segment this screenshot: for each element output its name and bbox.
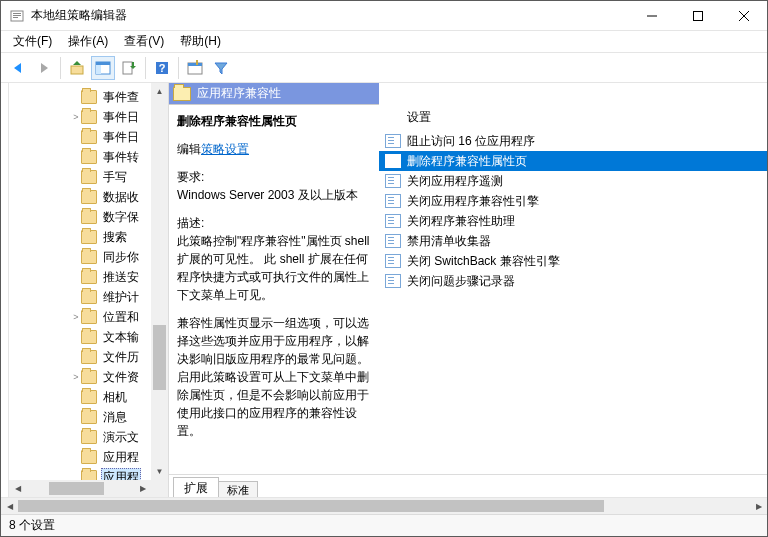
toolbar-showtree-button[interactable] (91, 56, 115, 80)
setting-item-label: 阻止访问 16 位应用程序 (407, 133, 535, 150)
edit-policy-link[interactable]: 策略设置 (201, 142, 249, 156)
tree-item-label: 演示文 (101, 429, 141, 446)
svg-rect-3 (13, 17, 18, 18)
main-body: 事件查>事件日事件日事件转手写数据收数字保搜索同步你推送安维护计>位置和文本输文… (1, 83, 767, 497)
menu-file[interactable]: 文件(F) (5, 31, 60, 52)
tree-item[interactable]: >文件资 (9, 367, 151, 387)
toolbar-filter-button[interactable] (209, 56, 233, 80)
folder-icon (81, 310, 97, 324)
folder-icon (81, 270, 97, 284)
tab-standard[interactable]: 标准 (218, 481, 258, 497)
toolbar-export-button[interactable] (117, 56, 141, 80)
chevron-right-icon[interactable]: > (71, 372, 81, 382)
setting-item[interactable]: 关闭问题步骤记录器 (379, 271, 767, 291)
toolbar-help-button[interactable]: ? (150, 56, 174, 80)
setting-item[interactable]: 阻止访问 16 位应用程序 (379, 131, 767, 151)
tree-item[interactable]: >事件日 (9, 107, 151, 127)
scroll-up-button[interactable]: ▲ (151, 83, 168, 100)
tree-item[interactable]: 数据收 (9, 187, 151, 207)
svg-rect-17 (188, 63, 202, 66)
scroll-down-button[interactable]: ▼ (151, 463, 168, 480)
tree-item-label: 位置和 (101, 309, 141, 326)
tree-item[interactable]: 事件查 (9, 87, 151, 107)
tree-item[interactable]: 数字保 (9, 207, 151, 227)
view-tabs: 扩展 标准 (169, 475, 767, 497)
scroll-thumb[interactable] (49, 482, 104, 495)
folder-icon (81, 470, 97, 480)
menubar: 文件(F) 操作(A) 查看(V) 帮助(H) (1, 31, 767, 53)
scroll-thumb[interactable] (18, 500, 604, 512)
tree-item[interactable]: 手写 (9, 167, 151, 187)
tree-item[interactable]: 应用程 (9, 467, 151, 480)
maximize-button[interactable] (675, 1, 721, 31)
tree-item-label: 相机 (101, 389, 129, 406)
tab-extended[interactable]: 扩展 (173, 477, 219, 497)
tree-item[interactable]: 演示文 (9, 427, 151, 447)
description-label: 描述: (177, 214, 371, 232)
tree-item[interactable]: 维护计 (9, 287, 151, 307)
settings-list-pane: 设置 阻止访问 16 位应用程序删除程序兼容性属性页关闭应用程序遥测关闭应用程序… (379, 83, 767, 474)
window-horizontal-scrollbar[interactable]: ◀ ▶ (1, 497, 767, 514)
folder-icon (81, 90, 97, 104)
tree-item[interactable]: 搜索 (9, 227, 151, 247)
folder-icon (81, 390, 97, 404)
tree-item[interactable]: 应用程 (9, 447, 151, 467)
window-title: 本地组策略编辑器 (31, 7, 629, 24)
scroll-right-button[interactable]: ▶ (134, 480, 151, 497)
setting-item[interactable]: 关闭应用程序兼容性引擎 (379, 191, 767, 211)
app-window: 本地组策略编辑器 文件(F) 操作(A) 查看(V) 帮助(H) ? (0, 0, 768, 537)
setting-item[interactable]: 禁用清单收集器 (379, 231, 767, 251)
menu-action[interactable]: 操作(A) (60, 31, 116, 52)
menu-view[interactable]: 查看(V) (116, 31, 172, 52)
tree-item-label: 同步你 (101, 249, 141, 266)
scroll-thumb[interactable] (153, 325, 166, 390)
menu-help[interactable]: 帮助(H) (172, 31, 229, 52)
category-title: 应用程序兼容性 (197, 85, 281, 102)
scroll-right-button[interactable]: ▶ (750, 498, 767, 515)
tree-item[interactable]: 相机 (9, 387, 151, 407)
tree-horizontal-scrollbar[interactable]: ◀ ▶ (9, 480, 151, 497)
setting-item[interactable]: 关闭 SwitchBack 兼容性引擎 (379, 251, 767, 271)
description-text-2: 兼容性属性页显示一组选项，可以选择这些选项并应用于应用程序，以解决影响旧版应用程… (177, 314, 371, 440)
setting-item-label: 关闭程序兼容性助理 (407, 213, 515, 230)
chevron-right-icon[interactable]: > (71, 312, 81, 322)
tree-item[interactable]: 同步你 (9, 247, 151, 267)
folder-icon (81, 110, 97, 124)
policy-icon (385, 234, 401, 248)
tree-item[interactable]: >位置和 (9, 307, 151, 327)
tree-item-label: 应用程 (101, 468, 141, 481)
toolbar-forward-button[interactable] (32, 56, 56, 80)
tree-vertical-scrollbar[interactable]: ▲ ▼ (151, 83, 168, 480)
svg-rect-11 (96, 65, 101, 74)
policy-icon (385, 154, 401, 168)
category-header: 应用程序兼容性 (169, 83, 379, 105)
scroll-corner (151, 480, 168, 497)
tree-item-label: 事件日 (101, 129, 141, 146)
scroll-left-button[interactable]: ◀ (1, 498, 18, 515)
toolbar-options-button[interactable] (183, 56, 207, 80)
chevron-right-icon[interactable]: > (71, 112, 81, 122)
tree-item[interactable]: 文件历 (9, 347, 151, 367)
tree-item-label: 文件历 (101, 349, 141, 366)
minimize-button[interactable] (629, 1, 675, 31)
tree-item[interactable]: 事件日 (9, 127, 151, 147)
tree-item-label: 维护计 (101, 289, 141, 306)
description-text-1: 此策略控制"程序兼容性"属性页 shell 扩展的可见性。 此 shell 扩展… (177, 232, 371, 304)
tree-item[interactable]: 事件转 (9, 147, 151, 167)
settings-column-header[interactable]: 设置 (379, 105, 767, 129)
tree-item[interactable]: 消息 (9, 407, 151, 427)
close-button[interactable] (721, 1, 767, 31)
tree-list[interactable]: 事件查>事件日事件日事件转手写数据收数字保搜索同步你推送安维护计>位置和文本输文… (9, 83, 151, 480)
tree-item[interactable]: 推送安 (9, 267, 151, 287)
setting-item[interactable]: 关闭应用程序遥测 (379, 171, 767, 191)
tree-item[interactable]: 文本输 (9, 327, 151, 347)
folder-icon (81, 290, 97, 304)
scroll-left-button[interactable]: ◀ (9, 480, 26, 497)
tree-item-label: 应用程 (101, 449, 141, 466)
setting-item[interactable]: 关闭程序兼容性助理 (379, 211, 767, 231)
toolbar-up-button[interactable] (65, 56, 89, 80)
setting-item[interactable]: 删除程序兼容性属性页 (379, 151, 767, 171)
toolbar-back-button[interactable] (6, 56, 30, 80)
svg-rect-8 (71, 66, 83, 74)
setting-item-label: 删除程序兼容性属性页 (407, 153, 527, 170)
